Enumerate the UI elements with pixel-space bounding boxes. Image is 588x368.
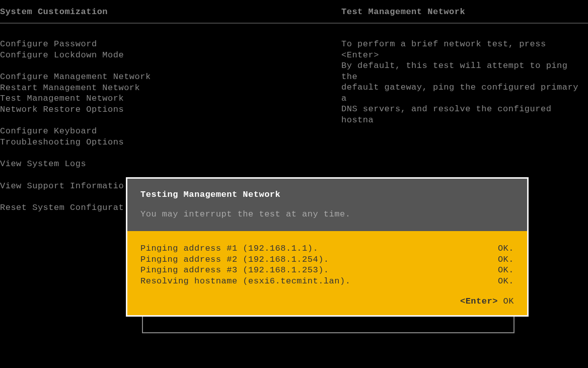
page-title-left: System Customization [0,7,108,17]
test-label: Pinging address #3 (192.168.1.253). [140,265,494,276]
menu-configure-password[interactable]: Configure Password [0,39,341,50]
page-title-right: Test Management Network [341,7,465,17]
test-result: OK. [494,243,514,254]
header-bar: System Customization Test Management Net… [0,0,588,24]
test-label: Resolving hostname (esxi6.tecmint.lan). [140,276,494,287]
description-line: By default, this test will attempt to pi… [341,60,588,82]
menu-troubleshooting-options[interactable]: Troubleshooting Options [0,137,341,148]
menu-network-restore-options[interactable]: Network Restore Options [0,104,341,115]
dialog-subtitle: You may interrupt the test at any time. [140,209,514,219]
menu-view-system-logs[interactable]: View System Logs [0,159,341,170]
test-result-row: Pinging address #1 (192.168.1.1). OK. [140,243,514,254]
test-result-row: Pinging address #3 (192.168.1.253). OK. [140,265,514,276]
test-result-row: Pinging address #2 (192.168.1.254). OK. [140,254,514,265]
test-label: Pinging address #2 (192.168.1.254). [140,254,494,265]
test-result: OK. [494,276,514,287]
background-box-remnant [142,315,514,333]
menu-configure-management-network[interactable]: Configure Management Network [0,71,341,83]
description-line: DNS servers, and resolve the configured … [341,104,588,125]
dialog-title: Testing Management Network [140,190,514,199]
description-line: default gateway, ping the configured pri… [341,82,588,104]
test-result: OK. [494,254,514,265]
ok-button[interactable]: OK [498,297,514,306]
enter-key-hint[interactable]: <Enter> [460,297,498,306]
test-result-row: Resolving hostname (esxi6.tecmint.lan). … [140,276,514,287]
menu-configure-keyboard[interactable]: Configure Keyboard [0,126,341,137]
dialog-header: Testing Management Network You may inter… [127,179,527,231]
menu-configure-lockdown-mode[interactable]: Configure Lockdown Mode [0,50,341,61]
menu-test-management-network[interactable]: Test Management Network [0,93,341,104]
menu-restart-management-network[interactable]: Restart Management Network [0,83,341,94]
description-line: To perform a brief network test, press <… [341,39,588,60]
testing-network-dialog: Testing Management Network You may inter… [126,177,529,317]
dialog-body: Pinging address #1 (192.168.1.1). OK. Pi… [127,231,527,315]
test-result: OK. [494,265,514,276]
test-label: Pinging address #1 (192.168.1.1). [140,243,494,254]
dialog-footer: <Enter> OK [140,286,514,306]
